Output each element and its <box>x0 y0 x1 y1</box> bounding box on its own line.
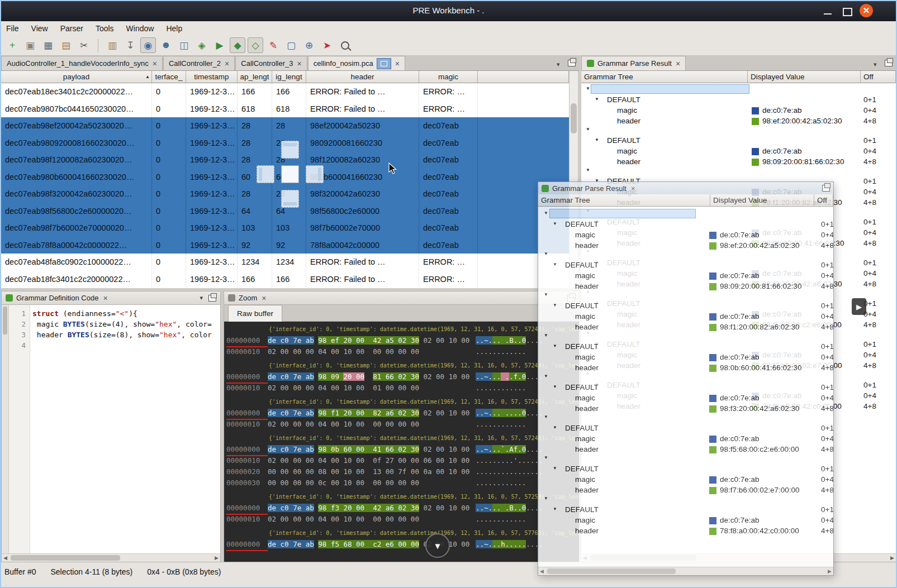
expander-icon[interactable]: ▼ <box>586 86 590 91</box>
detach-panel-icon[interactable] <box>885 60 893 66</box>
cell-aplengt[interactable]: 64 <box>238 203 272 220</box>
expander-icon[interactable]: ▼ <box>595 97 599 102</box>
cell-terface[interactable]: 0 <box>152 185 186 203</box>
floating-window-titlebar[interactable]: Grammar Parse Result × <box>538 182 833 194</box>
tab-list-dropdown-icon[interactable]: ▾ <box>557 61 560 68</box>
hex-bytes[interactable]: de c0 7e ab 98 09 20 00 81 66 02 30 02 0… <box>268 371 476 383</box>
hex-line[interactable]: 0000001002 00 00 00 04 00 10 00 01 00 00… <box>226 383 579 394</box>
cell-header[interactable]: 98f3200042a60230 <box>306 185 419 203</box>
cell-header[interactable]: 9809200081660230 <box>306 135 419 152</box>
cell-aplengt[interactable]: 28 <box>238 117 272 135</box>
tab-audiocontroller-1-handlevocoderinfo-sync[interactable]: AudioController_1_handleVocoderInfo_sync… <box>1 56 163 70</box>
hex-line[interactable]: 0000002000 00 00 00 08 00 10 00 13 00 7f… <box>226 466 579 477</box>
expander-icon[interactable]: ▼ <box>553 262 557 267</box>
cell-terface[interactable]: 0 <box>152 271 186 288</box>
detach-panel-icon[interactable] <box>822 185 830 192</box>
cell-aplengt[interactable]: 92 <box>238 237 272 254</box>
scroll-left-icon[interactable]: ◀ <box>3 554 7 562</box>
table-row[interactable]: dec07eab18ec3401c2c20000022…01969-12-3…1… <box>1 83 569 101</box>
tree-column-header-grammar-tree[interactable]: Grammar Tree <box>581 71 748 83</box>
hex-ascii[interactable]: .........'...... <box>476 456 543 465</box>
expander-icon[interactable]: ▼ <box>544 455 548 460</box>
close-icon[interactable]: × <box>631 184 635 193</box>
grammar-code-editor[interactable]: struct (endianness="<"){ magic BYTES(siz… <box>30 305 220 557</box>
hex-bytes[interactable]: 02 00 00 00 04 00 10 00 00 00 00 00 <box>268 346 476 357</box>
search-icon[interactable] <box>337 37 353 53</box>
cell-timestamp[interactable]: 1969-12-3… <box>186 101 238 118</box>
tab-grammar-parse-result[interactable]: Grammar Parse Result × <box>581 56 686 70</box>
close-icon[interactable]: ✕ <box>860 4 873 17</box>
tab-close-icon[interactable]: × <box>153 60 157 68</box>
cell-magic[interactable]: dec07eab <box>419 219 478 237</box>
table-row[interactable]: dec07eab98f7b60002e70000020…01969-12-3…1… <box>1 219 569 237</box>
cell-header[interactable]: 98f7b60002e70000 <box>306 219 419 237</box>
packet-meta[interactable]: {'interface_id': 0, 'timestamp': datetim… <box>226 360 579 371</box>
cell-iglengt[interactable]: 166 <box>272 83 306 101</box>
copy-icon[interactable]: ▣ <box>22 37 38 53</box>
hex-line[interactable]: 0000003000 00 00 00 0c 00 10 00 00 00 00… <box>226 477 579 489</box>
code-line[interactable]: magic BYTES(size=(4), show="hex", color= <box>30 319 220 329</box>
tab-cellinfo-nosim-pca[interactable]: cellinfo_nosim.pca× <box>308 56 405 70</box>
expander-icon[interactable]: ▼ <box>553 466 557 471</box>
column-header-aplengt[interactable]: ap_lengt <box>238 71 272 83</box>
maximize-icon[interactable] <box>843 8 852 16</box>
file-preview-icon[interactable]: ◉ <box>140 37 156 53</box>
cell-timestamp[interactable]: 1969-12-3… <box>186 185 238 203</box>
cell-header[interactable]: 78f8a00042c00000 <box>306 237 419 254</box>
menu-window[interactable]: Window <box>120 21 160 36</box>
hex-bytes[interactable]: de c0 7e ab 98 f1 20 00 82 a6 02 30 02 0… <box>268 408 476 419</box>
tab-callcontroller-3[interactable]: CallController_3× <box>235 56 307 70</box>
cell-aplengt[interactable]: 28 <box>238 185 272 203</box>
cell-magic[interactable]: dec07eab <box>419 151 478 169</box>
scrollbar-thumb[interactable] <box>11 555 120 561</box>
tree-node-magic[interactable]: magic <box>575 515 595 525</box>
tree-node-default[interactable]: DEFAULT <box>565 342 599 351</box>
column-header-payload[interactable]: payload▲ <box>1 71 152 83</box>
cell-payload[interactable]: dec07eab98f1200082a60230020… <box>1 151 152 169</box>
tree-column-header-displayed-value[interactable]: Displayed Value <box>748 71 861 83</box>
code-line[interactable]: header BYTES(size=(8), show="hex", color <box>30 329 220 340</box>
grammar-apply-icon[interactable]: ◇ <box>248 37 263 53</box>
grammar-check-icon[interactable]: ◆ <box>230 37 245 53</box>
menu-tools[interactable]: Tools <box>89 21 120 36</box>
zoom-header[interactable]: Zoom × <box>224 291 579 305</box>
hex-ascii[interactable]: ..~... ....0.... <box>476 409 543 417</box>
cell-aplengt[interactable]: 1234 <box>238 254 272 271</box>
save-icon[interactable]: ▦ <box>40 37 56 53</box>
cell-timestamp[interactable]: 1969-12-3… <box>186 151 238 169</box>
cell-magic[interactable]: dec07eab <box>419 135 478 152</box>
cell-iglengt[interactable]: 1234 <box>272 254 306 271</box>
expander-icon[interactable]: ▼ <box>544 374 548 379</box>
tab-callcontroller-2[interactable]: CallController_2× <box>163 56 235 70</box>
expander-icon[interactable]: ▼ <box>544 251 548 256</box>
cell-magic[interactable]: dec07eab <box>419 117 478 135</box>
cell-payload[interactable]: dec07eab980b600041660230020… <box>1 169 152 186</box>
hex-line[interactable]: 0000001002 00 00 00 04 00 10 00 0f 27 00… <box>226 455 579 466</box>
cell-payload[interactable]: dec07eab9807bc0441650230020… <box>1 101 152 118</box>
cell-timestamp[interactable]: 1969-12-3… <box>186 117 238 135</box>
tree-node-default[interactable]: DEFAULT <box>565 383 599 392</box>
cell-terface[interactable]: 0 <box>152 169 186 186</box>
tree-horizontal-scrollbar[interactable]: ◀ ▶ <box>538 567 833 575</box>
expander-icon[interactable]: ▼ <box>553 506 557 511</box>
column-header-terface[interactable]: terface_ <box>152 71 186 83</box>
tree-node-default[interactable]: DEFAULT <box>607 95 640 104</box>
user-icon[interactable]: ☻ <box>158 37 174 53</box>
cell-magic[interactable]: ERROR: … <box>419 254 478 271</box>
cell-timestamp[interactable]: 1969-12-3… <box>186 237 238 254</box>
tree-node-magic[interactable]: magic <box>617 106 637 115</box>
dock-bottom-indicator[interactable]: ▼ <box>425 533 450 558</box>
cell-payload[interactable]: dec07eab98f7b60002e70000020… <box>1 219 152 237</box>
cell-timestamp[interactable]: 1969-12-3… <box>186 254 238 271</box>
tab-list-dropdown-icon[interactable]: ▾ <box>874 61 877 68</box>
expander-icon[interactable]: ▼ <box>544 333 548 338</box>
tree-node-header[interactable]: header <box>575 241 599 250</box>
cell-magic[interactable]: dec07eab <box>419 169 478 186</box>
scrollbar-thumb[interactable] <box>547 568 676 574</box>
tree-column-header-off[interactable]: Off <box>861 71 896 83</box>
hex-line[interactable]: 00000000de c0 7e ab 98 f3 20 00 42 a6 02… <box>226 503 579 514</box>
cell-payload[interactable]: dec07eab48fa8c0902c10000022… <box>1 254 152 271</box>
tree-node-magic[interactable]: magic <box>575 271 595 280</box>
run-parser-icon[interactable]: ▶ <box>212 37 227 53</box>
tree-node-header[interactable]: header <box>575 281 599 291</box>
